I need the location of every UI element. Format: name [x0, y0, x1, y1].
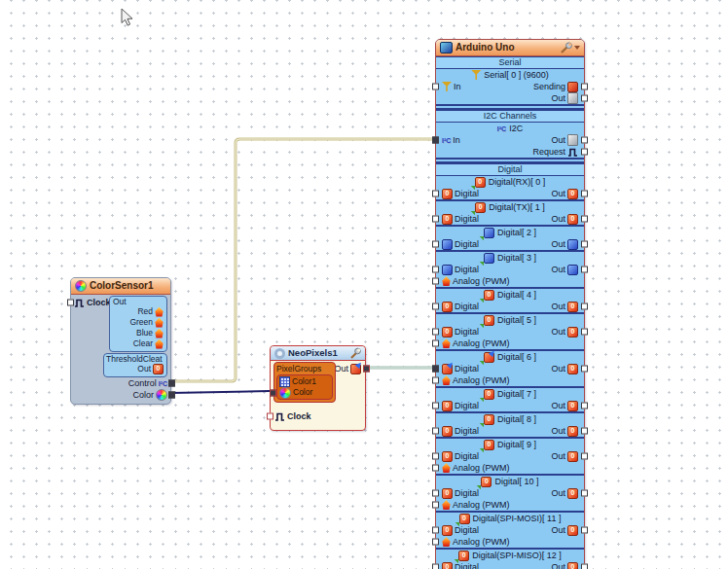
neopixels-color-label: Color	[293, 387, 312, 398]
channel-pin-row: Digital Out	[436, 213, 584, 225]
digital-in-pin[interactable]	[432, 453, 439, 460]
digital-in-pin[interactable]	[432, 216, 439, 223]
digital-in-pin[interactable]	[432, 267, 439, 273]
wrench-icon[interactable]	[349, 347, 361, 359]
digital-in-pin[interactable]	[432, 303, 439, 310]
document-icon	[567, 92, 578, 104]
serial-out-pin[interactable]	[581, 95, 588, 102]
neopixels-out-pin[interactable]	[363, 366, 370, 373]
channel-title: Digital(RX)[ 0 ]	[436, 176, 584, 188]
digital-in-pin[interactable]	[432, 191, 439, 197]
serial-in-label: In	[454, 81, 461, 92]
analog-pwm-pin[interactable]	[432, 278, 439, 285]
digital-in-pin[interactable]	[432, 241, 439, 248]
digital-out-icon	[567, 265, 578, 275]
digital-channel: Digital[ 5 ] Digital Out Analog (PWM)	[436, 312, 584, 349]
digital-out-icon	[567, 525, 578, 536]
antenna-icon	[442, 82, 452, 91]
digital-channel-icon	[475, 177, 486, 188]
flame-icon	[442, 276, 451, 286]
digital-channel: Digital[ 8 ] Digital Out	[436, 411, 584, 437]
digital-out-pin[interactable]	[581, 527, 588, 534]
serial-in-pin[interactable]	[432, 84, 439, 90]
i2c-in-out-row: I²C In Out	[436, 134, 584, 146]
channel-pin-row: Digital Out	[436, 363, 584, 374]
channel-title: Digital(SPI-MISO)[ 12 ]	[436, 550, 584, 561]
serial-sending-pin[interactable]	[581, 84, 588, 90]
digital-out-pin[interactable]	[581, 216, 588, 223]
channel-pin-row: Digital Out	[436, 301, 584, 312]
digital-out-pin[interactable]	[581, 490, 588, 497]
wire-color-to-neopixels[interactable]	[171, 391, 270, 393]
control-pin[interactable]	[168, 380, 175, 387]
analog-pwm-pin[interactable]	[432, 340, 439, 347]
neopixels-out-row: Out	[334, 363, 361, 374]
serial-in-sending-row: In Sending	[436, 81, 584, 92]
digital-in-pin[interactable]	[432, 564, 439, 569]
digital-in-pin[interactable]	[432, 428, 439, 435]
channel-pin-row: Digital Out	[436, 425, 584, 437]
digital-out-pin[interactable]	[581, 428, 588, 435]
arduino-header[interactable]: Arduino Uno	[436, 40, 584, 56]
digital-out-pin[interactable]	[581, 191, 588, 197]
flame-icon	[442, 500, 451, 510]
digital-in-pin[interactable]	[432, 403, 439, 409]
flame-icon	[155, 329, 164, 338]
digital-out-pin[interactable]	[581, 564, 588, 569]
i2c-in-pin[interactable]	[432, 137, 439, 144]
digital-out-pin[interactable]	[581, 267, 588, 273]
digital-in-pin[interactable]	[432, 490, 439, 497]
digital-out-pin[interactable]	[581, 366, 588, 373]
color1-panel: Color1 Color	[276, 374, 333, 400]
wrench-icon[interactable]	[560, 42, 572, 53]
pulse-icon	[74, 299, 85, 307]
digital-out-icon	[567, 189, 578, 199]
digital-out-pin[interactable]	[581, 241, 588, 248]
digital-out-pin[interactable]	[581, 303, 588, 310]
digital-out-pin[interactable]	[581, 403, 588, 409]
out-panel-label: Out	[110, 297, 166, 306]
digital-in-pin[interactable]	[432, 527, 439, 534]
digital-channel: Digital[ 2 ] Digital Out	[436, 225, 584, 250]
digital-channel: Digital[ 6 ] Digital Out Analog (PWM)	[436, 349, 584, 386]
analog-pwm-row: Analog (PWM)	[436, 275, 584, 287]
digital-out-pin[interactable]	[581, 329, 588, 336]
color-wheel-icon	[156, 389, 167, 401]
digital-out-icon	[567, 302, 578, 312]
chevron-down-icon[interactable]	[574, 46, 580, 50]
neopixels-color-row: Color	[279, 387, 330, 398]
i2c-request-label: Request	[532, 146, 565, 158]
clear-pin-row: Clear	[110, 338, 166, 349]
neopixels-color-pin[interactable]	[270, 389, 276, 396]
digital-out-pin[interactable]	[581, 453, 588, 460]
digital-in-pin[interactable]	[432, 366, 439, 373]
analog-pwm-pin[interactable]	[432, 465, 439, 472]
clock-pin[interactable]	[67, 300, 74, 306]
flame-icon	[155, 318, 164, 328]
digital-out-icon	[567, 426, 578, 437]
i2c-request-pin[interactable]	[581, 149, 588, 156]
channel-pin-row: Digital Out	[436, 487, 584, 499]
channel-pin-row: Digital Out	[436, 450, 584, 462]
color-pin[interactable]	[168, 392, 175, 399]
analog-pwm-pin[interactable]	[432, 502, 439, 509]
neopixels1-header[interactable]: NeoPixels1	[271, 346, 365, 361]
out-panel: Out Red Green Blue Clear	[109, 296, 167, 352]
arduino-uno-block[interactable]: Arduino Uno Serial Serial[ 0 ] (9600) In…	[435, 39, 585, 569]
digital-channel-icon	[484, 414, 494, 425]
digital-in-pin[interactable]	[432, 329, 439, 336]
digital-out-icon	[567, 364, 578, 374]
i2c-icon: I²C	[442, 136, 451, 145]
analog-pwm-pin[interactable]	[432, 539, 439, 546]
digital-channel: Digital[ 3 ] Digital Out Analog (PWM)	[436, 250, 584, 287]
flame-icon	[442, 375, 451, 385]
color1-label: Color1	[292, 376, 316, 387]
colorsensor1-block[interactable]: ColorSensor1 Clock Out Red Green Blue Cl…	[70, 277, 171, 405]
neopixels1-block[interactable]: NeoPixels1 Out PixelGroups Color1 Color	[270, 345, 366, 431]
colorsensor1-header[interactable]: ColorSensor1	[71, 278, 170, 295]
digital-pin-icon	[442, 239, 453, 250]
digital-channel-icon	[484, 389, 494, 400]
neopixels-clock-pin[interactable]	[267, 413, 273, 420]
analog-pwm-pin[interactable]	[432, 377, 439, 384]
i2c-out-pin[interactable]	[581, 137, 588, 144]
